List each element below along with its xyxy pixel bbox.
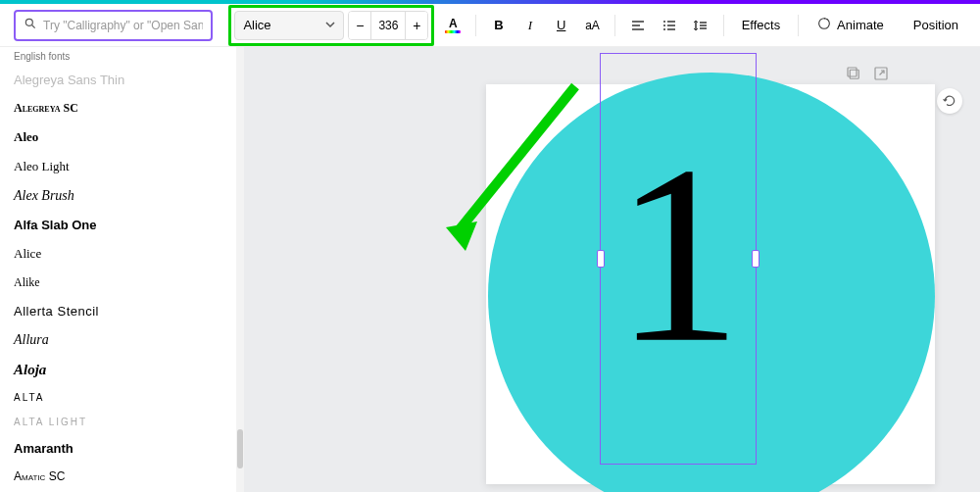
svg-line-19 bbox=[880, 71, 885, 75]
design-canvas[interactable]: 1 bbox=[486, 84, 935, 484]
font-family-label: Alice bbox=[243, 18, 270, 32]
sidebar-scrollbar-track[interactable] bbox=[236, 47, 244, 492]
spacing-button[interactable] bbox=[688, 12, 713, 39]
svg-line-1 bbox=[32, 25, 35, 27]
svg-rect-16 bbox=[850, 70, 858, 78]
duplicate-icon[interactable] bbox=[845, 65, 862, 82]
text-selection-box[interactable]: 1 bbox=[600, 53, 757, 465]
font-size-group: − + bbox=[348, 11, 428, 40]
svg-point-0 bbox=[25, 19, 32, 25]
divider bbox=[798, 15, 799, 36]
font-size-increase[interactable]: + bbox=[406, 12, 427, 39]
font-item[interactable]: Allerta Stencil bbox=[14, 297, 230, 325]
font-item[interactable]: Amatic SC bbox=[14, 463, 230, 490]
text-color-button[interactable]: A bbox=[440, 12, 466, 39]
toolbar: Alice − + A B I U aA Effects bbox=[0, 4, 980, 47]
font-item[interactable]: Alike bbox=[14, 269, 230, 297]
italic-button[interactable]: I bbox=[517, 12, 543, 39]
refresh-button[interactable] bbox=[937, 88, 962, 114]
svg-rect-17 bbox=[848, 68, 857, 76]
svg-point-9 bbox=[663, 28, 665, 30]
refresh-icon bbox=[943, 94, 956, 108]
canvas-text[interactable]: 1 bbox=[614, 126, 742, 381]
font-item[interactable]: Alice bbox=[14, 239, 230, 269]
align-icon bbox=[631, 19, 645, 32]
font-item[interactable]: Aleo bbox=[14, 123, 230, 152]
spacing-icon bbox=[694, 19, 708, 32]
svg-point-5 bbox=[663, 21, 665, 23]
font-family-select[interactable]: Alice bbox=[234, 11, 344, 40]
font-item[interactable]: Alegreya SC bbox=[14, 94, 230, 123]
underline-button[interactable]: U bbox=[549, 12, 574, 39]
font-search-input[interactable] bbox=[43, 19, 203, 32]
animate-icon bbox=[816, 16, 832, 34]
list-icon bbox=[662, 19, 676, 32]
font-item[interactable]: Allura bbox=[14, 325, 230, 355]
divider bbox=[614, 15, 615, 36]
case-button[interactable]: aA bbox=[580, 12, 606, 39]
font-item[interactable]: Aleo Light bbox=[14, 152, 230, 181]
animate-button[interactable]: Animate bbox=[808, 16, 892, 34]
effects-button[interactable]: Effects bbox=[734, 18, 789, 32]
font-controls-highlight: Alice − + bbox=[228, 5, 434, 46]
svg-point-7 bbox=[663, 25, 665, 26]
svg-point-15 bbox=[819, 19, 830, 29]
font-list[interactable]: Alegreya Sans Thin Alegreya SC Aleo Aleo… bbox=[0, 66, 244, 490]
animate-label: Animate bbox=[837, 18, 884, 32]
search-icon bbox=[24, 17, 37, 34]
resize-handle-right[interactable] bbox=[752, 250, 760, 268]
font-item[interactable]: Alex Brush bbox=[14, 181, 230, 211]
svg-marker-22 bbox=[446, 221, 477, 251]
font-sidebar: English fonts Alegreya Sans Thin Alegrey… bbox=[0, 47, 244, 492]
sidebar-section-header: English fonts bbox=[0, 47, 244, 66]
chevron-down-icon bbox=[325, 18, 335, 32]
font-item[interactable]: ALTA LIGHT bbox=[14, 410, 230, 434]
text-color-icon: A bbox=[443, 16, 463, 35]
align-button[interactable] bbox=[625, 12, 651, 39]
bold-button[interactable]: B bbox=[486, 12, 512, 39]
position-button[interactable]: Position bbox=[904, 14, 968, 36]
font-item[interactable]: Amaranth bbox=[14, 434, 230, 463]
font-size-input[interactable] bbox=[370, 12, 406, 39]
sidebar-scrollbar-thumb[interactable] bbox=[237, 429, 243, 468]
divider bbox=[475, 15, 476, 36]
font-size-decrease[interactable]: − bbox=[349, 12, 370, 39]
font-search-box[interactable] bbox=[14, 10, 213, 41]
divider bbox=[723, 15, 724, 36]
font-item[interactable]: Alegreya Sans Thin bbox=[14, 66, 230, 94]
canvas-area[interactable]: 1 bbox=[244, 47, 980, 492]
resize-handle-left[interactable] bbox=[597, 250, 605, 268]
list-button[interactable] bbox=[657, 12, 682, 39]
font-item[interactable]: Alfa Slab One bbox=[14, 211, 230, 239]
export-icon[interactable] bbox=[872, 65, 890, 82]
font-item[interactable]: ALTA bbox=[14, 385, 230, 410]
font-item[interactable]: Aloja bbox=[14, 355, 230, 385]
